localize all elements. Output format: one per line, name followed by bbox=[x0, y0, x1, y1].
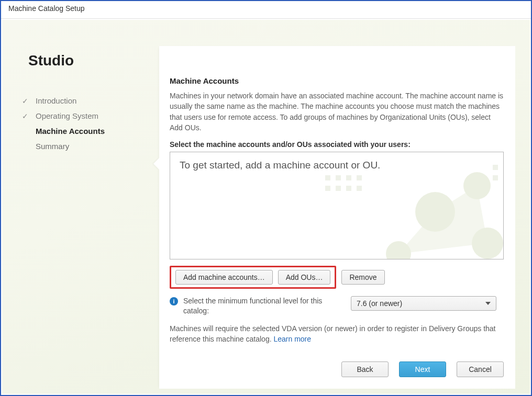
content-area: Studio ✓ Introduction ✓ Operating System… bbox=[2, 20, 530, 394]
check-icon: ✓ bbox=[22, 112, 30, 120]
highlight-annotation: Add machine accounts… Add OUs… bbox=[170, 266, 336, 289]
add-machine-accounts-button[interactable]: Add machine accounts… bbox=[175, 270, 273, 285]
wizard-steps: ✓ Introduction ✓ Operating System Machin… bbox=[22, 93, 142, 154]
window-title: Machine Catalog Setup bbox=[1, 1, 531, 19]
add-ous-button[interactable]: Add OUs… bbox=[278, 270, 331, 285]
remove-button[interactable]: Remove bbox=[341, 270, 384, 285]
select-value: 7.6 (or newer) bbox=[357, 299, 402, 308]
wizard-nav-buttons: Back Next Cancel bbox=[341, 361, 504, 377]
step-summary[interactable]: Summary bbox=[22, 139, 142, 154]
step-label: Summary bbox=[36, 142, 69, 151]
svg-rect-16 bbox=[503, 175, 504, 180]
step-introduction[interactable]: ✓ Introduction bbox=[22, 93, 142, 108]
svg-rect-15 bbox=[493, 175, 498, 180]
check-icon: ✓ bbox=[22, 97, 30, 105]
listbox-placeholder: To get started, add a machine account or… bbox=[180, 160, 380, 171]
svg-rect-13 bbox=[503, 165, 504, 170]
step-label: Machine Accounts bbox=[36, 127, 105, 135]
learn-more-link[interactable]: Learn more bbox=[273, 335, 311, 343]
svg-rect-11 bbox=[357, 186, 362, 191]
next-button[interactable]: Next bbox=[399, 361, 446, 377]
step-machine-accounts[interactable]: Machine Accounts bbox=[22, 123, 142, 139]
back-button[interactable]: Back bbox=[341, 361, 389, 377]
page-title: Machine Accounts bbox=[170, 76, 504, 85]
svg-rect-5 bbox=[336, 175, 341, 180]
listbox-buttons: Add machine accounts… Add OUs… Remove bbox=[170, 266, 504, 289]
step-label: Operating System bbox=[36, 111, 98, 120]
step-operating-system[interactable]: ✓ Operating System bbox=[22, 108, 142, 123]
info-icon: i bbox=[170, 297, 178, 306]
cancel-button[interactable]: Cancel bbox=[457, 361, 504, 377]
svg-rect-12 bbox=[493, 165, 498, 170]
svg-rect-7 bbox=[357, 175, 362, 180]
accounts-listbox[interactable]: To get started, add a machine account or… bbox=[170, 152, 504, 259]
svg-rect-8 bbox=[325, 186, 330, 191]
svg-point-1 bbox=[463, 172, 491, 199]
functional-level-row: i Select the minimum functional level fo… bbox=[170, 296, 504, 316]
note-text: Machines will require the selected VDA v… bbox=[170, 324, 496, 343]
wizard-window: Machine Catalog Setup Studio ✓ Introduct… bbox=[0, 0, 532, 396]
functional-level-label: Select the minimum functional level for … bbox=[183, 296, 346, 316]
svg-point-2 bbox=[472, 228, 503, 259]
step-label: Introduction bbox=[36, 96, 76, 105]
functional-level-select[interactable]: 7.6 (or newer) bbox=[351, 296, 496, 311]
svg-rect-4 bbox=[325, 175, 330, 180]
svg-point-3 bbox=[386, 241, 411, 259]
chevron-down-icon bbox=[485, 302, 491, 305]
page-description: Machines in your network domain have an … bbox=[170, 90, 504, 133]
svg-rect-10 bbox=[346, 186, 351, 191]
vda-note: Machines will require the selected VDA v… bbox=[170, 323, 504, 345]
svg-rect-9 bbox=[336, 186, 341, 191]
svg-rect-6 bbox=[346, 175, 351, 180]
wizard-sidebar: Studio ✓ Introduction ✓ Operating System… bbox=[22, 52, 142, 154]
list-heading: Select the machine accounts and/or OUs a… bbox=[170, 140, 504, 149]
svg-point-0 bbox=[415, 192, 455, 232]
brand-title: Studio bbox=[28, 52, 142, 69]
main-panel: Machine Accounts Machines in your networ… bbox=[159, 46, 515, 389]
panel-notch bbox=[153, 158, 159, 169]
